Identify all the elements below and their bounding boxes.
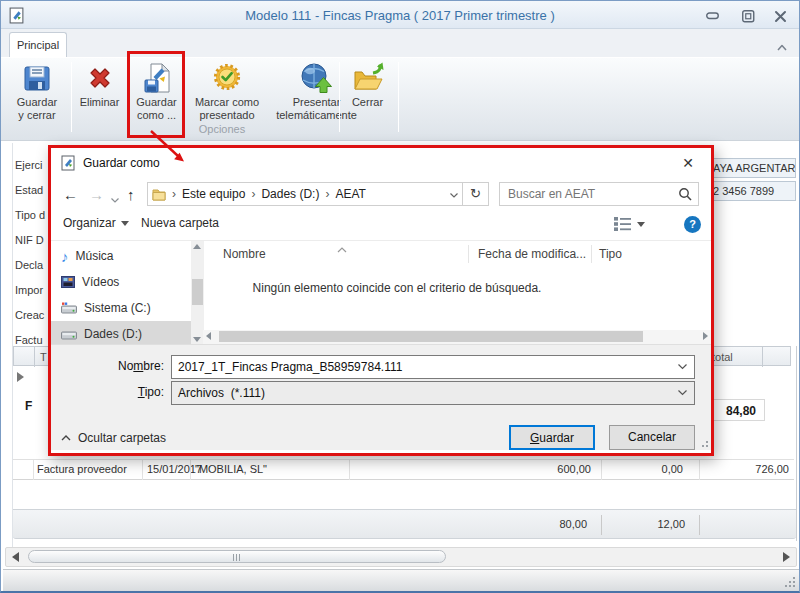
close-button[interactable] bbox=[769, 9, 791, 23]
scroll-up-icon[interactable] bbox=[193, 244, 201, 249]
form-label: Decla bbox=[15, 259, 43, 271]
scroll-left-icon[interactable] bbox=[12, 552, 19, 562]
filetype-label: Tipo: bbox=[51, 385, 164, 399]
filetype-combo[interactable]: Archivos (*.111) bbox=[171, 381, 695, 405]
divider bbox=[34, 347, 35, 367]
hide-folders-toggle[interactable]: Ocultar carpetas bbox=[61, 431, 166, 445]
sidebar-item-label: Vídeos bbox=[82, 275, 119, 289]
sidebar-item-music[interactable]: ♪ Música bbox=[51, 243, 191, 269]
ribbon-tab-row: Principal bbox=[1, 29, 799, 57]
chevron-down-icon[interactable] bbox=[678, 364, 687, 370]
sidebar-item-label: Sistema (C:) bbox=[84, 301, 151, 315]
divider bbox=[601, 515, 602, 535]
divider bbox=[398, 62, 399, 132]
close-form-button[interactable]: Cerrar bbox=[341, 60, 394, 138]
table-header-right: total bbox=[701, 346, 791, 366]
breadcrumb-drive-d[interactable]: Dades (D:) bbox=[261, 187, 319, 201]
help-button[interactable]: ? bbox=[684, 216, 701, 233]
group-total-value: 84,80 bbox=[726, 404, 756, 418]
column-header-name[interactable]: Nombre bbox=[223, 247, 266, 261]
save-button[interactable]: Guardar bbox=[509, 425, 595, 450]
sort-ascending-icon bbox=[337, 242, 347, 256]
music-note-icon: ♪ bbox=[61, 248, 69, 265]
divider bbox=[142, 460, 143, 480]
organize-label: Organizar bbox=[63, 216, 116, 230]
new-folder-label: Nueva carpeta bbox=[141, 216, 219, 230]
scrollbar-thumb[interactable] bbox=[192, 279, 203, 305]
delete-button[interactable]: Eliminar bbox=[73, 60, 126, 138]
drive-icon bbox=[61, 328, 77, 340]
restore-button[interactable] bbox=[737, 9, 759, 23]
button-label: Guardar bbox=[136, 96, 176, 108]
divider bbox=[349, 460, 350, 480]
folder-icon bbox=[152, 188, 166, 201]
column-header-type[interactable]: Tipo bbox=[599, 247, 622, 261]
sidebar-item-videos[interactable]: Vídeos bbox=[51, 269, 191, 295]
form-label: Estad bbox=[15, 184, 43, 196]
form-label: Creac bbox=[15, 309, 44, 321]
status-bar bbox=[3, 569, 799, 591]
scrollbar-thumb[interactable] bbox=[28, 550, 446, 563]
cell-total: 726,00 bbox=[755, 463, 789, 475]
dialog-title: Guardar como bbox=[83, 156, 160, 170]
search-input[interactable] bbox=[506, 186, 678, 202]
scrollbar-thumb[interactable] bbox=[219, 331, 643, 342]
search-icon[interactable] bbox=[678, 187, 692, 201]
sidebar-item-label: Música bbox=[76, 249, 114, 263]
new-folder-button[interactable]: Nueva carpeta bbox=[141, 216, 219, 230]
save-icon bbox=[21, 60, 53, 96]
divider bbox=[591, 245, 592, 263]
collapse-ribbon-icon[interactable] bbox=[775, 38, 789, 56]
breadcrumb-this-pc[interactable]: Este equipo bbox=[182, 187, 245, 201]
dialog-body: ♪ Música Vídeos Sistema (C:) bbox=[51, 241, 711, 344]
save-as-icon bbox=[141, 60, 173, 96]
save-and-close-button[interactable]: Guardary cerrar bbox=[7, 60, 67, 138]
chevron-down-icon[interactable] bbox=[678, 390, 687, 396]
list-horizontal-scrollbar[interactable] bbox=[203, 330, 711, 344]
form-label: Factu bbox=[15, 334, 43, 346]
divider bbox=[33, 460, 34, 480]
divider bbox=[762, 347, 763, 367]
breadcrumb-aeat[interactable]: AEAT bbox=[335, 187, 365, 201]
forward-icon: → bbox=[89, 185, 104, 205]
scroll-down-icon[interactable] bbox=[193, 337, 201, 342]
form-label: Ejerci bbox=[15, 159, 43, 171]
dialog-close-icon[interactable]: ✕ bbox=[675, 153, 701, 173]
filename-combo[interactable] bbox=[171, 355, 695, 379]
scroll-left-icon[interactable] bbox=[206, 332, 211, 340]
button-label: Marcar como bbox=[195, 96, 259, 108]
button-label: Guardar bbox=[17, 96, 57, 108]
sidebar-item-label: Dades (D:) bbox=[84, 327, 142, 341]
address-dropdown-icon[interactable] bbox=[450, 187, 458, 201]
divider bbox=[699, 515, 700, 535]
view-mode-button[interactable] bbox=[614, 217, 645, 231]
history-dropdown-icon[interactable] bbox=[111, 192, 119, 206]
save-as-button[interactable]: Guardarcomo ... bbox=[130, 60, 183, 138]
address-bar[interactable]: › Este equipo › Dades (D:) › AEAT bbox=[147, 182, 463, 206]
table-row[interactable]: Factura proveedor 15/01/2017 "MOBILIA, S… bbox=[13, 459, 794, 480]
minimize-button[interactable] bbox=[701, 9, 723, 23]
horizontal-scrollbar[interactable] bbox=[5, 547, 797, 567]
search-box[interactable] bbox=[499, 182, 699, 206]
dropdown-icon bbox=[637, 222, 645, 231]
back-icon[interactable]: ← bbox=[63, 185, 78, 205]
cancel-button[interactable]: Cancelar bbox=[609, 425, 695, 450]
divider bbox=[339, 62, 340, 132]
up-icon[interactable]: ↑ bbox=[127, 185, 135, 205]
organize-menu[interactable]: Organizar bbox=[63, 216, 129, 230]
footer-total-1: 80,00 bbox=[559, 518, 587, 530]
button-label: y cerrar bbox=[18, 109, 55, 121]
tab-principal[interactable]: Principal bbox=[9, 32, 67, 57]
refresh-button[interactable]: ↻ bbox=[463, 182, 489, 206]
account-number-field: 2 3456 7899 bbox=[707, 181, 796, 201]
filename-input[interactable] bbox=[172, 360, 678, 374]
sidebar-item-drive-c[interactable]: Sistema (C:) bbox=[51, 295, 191, 321]
column-header-date[interactable]: Fecha de modifica... bbox=[478, 247, 586, 261]
window-title: Modelo 111 - Fincas Pragma ( 2017 Primer… bbox=[1, 8, 799, 23]
scroll-right-icon[interactable] bbox=[783, 552, 790, 562]
scroll-right-icon[interactable] bbox=[703, 332, 708, 340]
cell-supplier: "MOBILIA, SL" bbox=[195, 463, 267, 475]
cell-amount: 600,00 bbox=[557, 463, 591, 475]
form-label: NIF D bbox=[15, 234, 44, 246]
table-footer: 80,00 12,00 bbox=[13, 509, 796, 539]
